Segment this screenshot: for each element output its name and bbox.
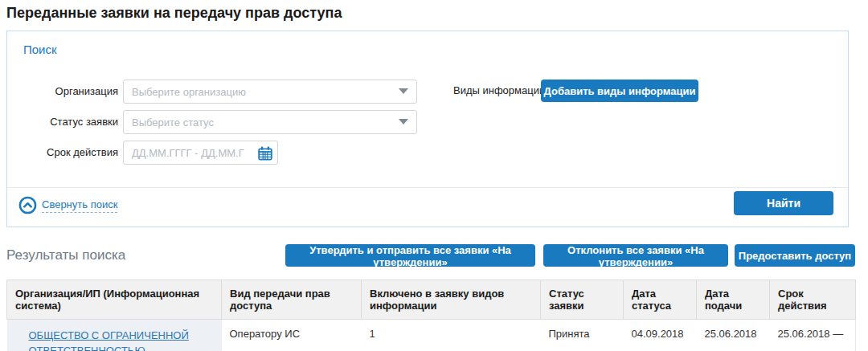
header-status-date: Дата статуса xyxy=(624,280,697,320)
results-title: Результаты поиска xyxy=(6,247,125,263)
cell-info-count: 1 xyxy=(362,320,541,351)
grant-access-button[interactable]: Предоставить доступ xyxy=(735,244,855,267)
header-organization: Организация/ИП (Информационная система) xyxy=(7,280,222,320)
cell-status-date: 04.09.2018 xyxy=(624,320,697,351)
chevron-up-circle-icon xyxy=(18,196,37,214)
validity-range-input[interactable] xyxy=(124,147,244,159)
cell-submit-date: 25.06.2018 xyxy=(697,320,770,351)
validity-field xyxy=(123,141,278,165)
organization-label: Организация xyxy=(7,80,118,104)
organization-row: Организация Выберите организацию xyxy=(7,80,848,104)
approve-all-button[interactable]: Утвердить и отправить все заявки «На утв… xyxy=(285,244,535,267)
table-header-row: Организация/ИП (Информационная система) … xyxy=(7,280,856,320)
collapse-search[interactable]: Свернуть поиск xyxy=(18,196,117,214)
organization-link[interactable]: ОБЩЕСТВО С ОГРАНИЧЕННОЙ ОТВЕТСТВЕННОСТЬЮ… xyxy=(29,328,215,351)
organization-placeholder: Выберите организацию xyxy=(132,86,246,98)
cell-status: Принята xyxy=(541,320,624,351)
organization-select[interactable]: Выберите организацию xyxy=(123,80,417,104)
page-title: Переданные заявки на передачу прав досту… xyxy=(6,5,342,22)
search-section-title: Поиск xyxy=(23,43,57,56)
status-row: Статус заявки Выберите статус xyxy=(7,110,848,134)
chevron-down-icon xyxy=(399,119,408,124)
validity-label: Срок действия xyxy=(7,141,118,165)
status-label: Статус заявки xyxy=(7,110,118,134)
cell-transfer-type: Оператору ИС xyxy=(222,320,362,351)
info-types-label: Виды информации xyxy=(453,80,545,102)
add-info-types-button[interactable]: Добавить виды информации xyxy=(541,80,698,102)
status-placeholder: Выберите статус xyxy=(132,116,214,129)
header-status: Статус заявки xyxy=(541,280,624,320)
validity-row: Срок действия xyxy=(7,141,848,165)
find-button[interactable]: Найти xyxy=(734,191,833,215)
calendar-icon[interactable] xyxy=(258,146,272,161)
header-validity: Срок действия xyxy=(770,280,856,320)
panel-divider xyxy=(7,187,848,188)
collapse-search-label: Свернуть поиск xyxy=(42,198,117,213)
chevron-down-icon xyxy=(399,88,408,94)
cell-validity: 25.06.2018 — xyxy=(770,320,856,351)
header-info-count: Включено в заявку видов информации xyxy=(362,280,541,320)
status-select[interactable]: Выберите статус xyxy=(123,110,417,134)
decline-all-button[interactable]: Отклонить все заявки «На утверждении» xyxy=(543,244,728,267)
search-panel: Поиск Организация Выберите организацию С… xyxy=(6,31,849,227)
results-table: Организация/ИП (Информационная система) … xyxy=(6,280,856,351)
header-submit-date: Дата подачи xyxy=(697,280,770,320)
cell-organization: ОБЩЕСТВО С ОГРАНИЧЕННОЙ ОТВЕТСТВЕННОСТЬЮ… xyxy=(7,320,222,351)
table-row: ОБЩЕСТВО С ОГРАНИЧЕННОЙ ОТВЕТСТВЕННОСТЬЮ… xyxy=(7,320,856,351)
header-transfer-type: Вид передачи прав доступа xyxy=(222,280,362,320)
